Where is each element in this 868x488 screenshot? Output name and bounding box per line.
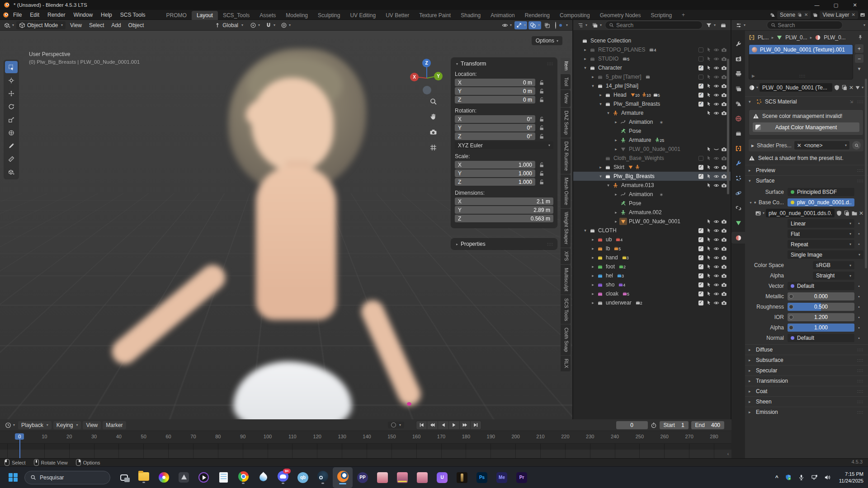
- camera-icon[interactable]: [721, 273, 727, 279]
- lock-icon[interactable]: [538, 80, 545, 86]
- collapsed-panel-header[interactable]: ▸Coat::::: [745, 386, 868, 396]
- mode-selector[interactable]: Object Mode▾: [16, 21, 66, 29]
- collapsed-panel-header[interactable]: ▸Transmission::::: [745, 375, 868, 386]
- location-input[interactable]: X0 m: [455, 79, 535, 86]
- row-label[interactable]: Animation: [629, 119, 653, 125]
- camera-icon[interactable]: [721, 47, 727, 53]
- panel-grip-icon[interactable]: ::::: [547, 61, 553, 66]
- eye-open-icon[interactable]: [713, 273, 719, 279]
- camera-icon[interactable]: [721, 183, 727, 188]
- sidebar-tab[interactable]: Weight Shaper: [561, 209, 571, 248]
- camera-icon[interactable]: [721, 282, 727, 288]
- fake-user-shield-icon[interactable]: [836, 210, 842, 216]
- editor-type-button[interactable]: ▾: [734, 21, 747, 29]
- outliner-row[interactable]: Pose: [573, 199, 731, 208]
- row-label[interactable]: 5_pbw [Tamer]: [606, 74, 642, 80]
- selectable-icon[interactable]: [706, 264, 712, 269]
- scale-input[interactable]: Z1.000: [455, 178, 535, 186]
- collapse-arrow[interactable]: ▸: [590, 273, 596, 278]
- browse-material-icon[interactable]: ▾: [749, 84, 758, 91]
- avatar-app-1[interactable]: [373, 467, 392, 488]
- tray-chevron-icon[interactable]: ^: [775, 474, 778, 481]
- pp-app[interactable]: PP: [353, 467, 373, 488]
- row-label[interactable]: Animation: [629, 191, 653, 197]
- checkbox-checked-icon[interactable]: [698, 66, 703, 70]
- gizmo-x-axis[interactable]: X: [410, 73, 419, 81]
- outliner-scrollbar[interactable]: [727, 59, 729, 194]
- ortho-grid-icon[interactable]: [429, 144, 437, 151]
- rotation-mode-dropdown[interactable]: XYZ Euler▾: [455, 141, 553, 149]
- selectable-icon[interactable]: [706, 237, 712, 242]
- outliner-row[interactable]: ▸ Head 10 10: [573, 90, 731, 99]
- row-label[interactable]: lb: [606, 245, 610, 252]
- checkbox-checked-icon[interactable]: [698, 246, 703, 251]
- popout-icon[interactable]: ⇲: [849, 99, 854, 104]
- viewport-menu-item[interactable]: Add: [108, 21, 124, 29]
- eye-open-icon[interactable]: [713, 74, 719, 80]
- outliner-row[interactable]: ▸ PLW_00_Nude_0001: [573, 145, 731, 154]
- constraints[interactable]: [731, 202, 745, 214]
- editor-type-button[interactable]: ▾: [3, 21, 15, 29]
- alpha-mode-dropdown[interactable]: Straight▾: [813, 272, 854, 280]
- checkbox-checked-icon[interactable]: [698, 84, 703, 89]
- maximize-button[interactable]: ▢: [826, 2, 845, 8]
- collapse-arrow[interactable]: ▸: [613, 138, 619, 142]
- scene[interactable]: [731, 98, 745, 109]
- lock-icon[interactable]: [538, 97, 545, 103]
- eye-open-icon[interactable]: [713, 255, 719, 261]
- collapse-arrow[interactable]: ▸: [613, 219, 619, 224]
- row-label[interactable]: underwear: [606, 300, 632, 306]
- row-label[interactable]: Pose: [629, 200, 641, 206]
- expand-arrow[interactable]: ▸: [751, 142, 754, 149]
- jump-to-start-button[interactable]: [416, 421, 427, 429]
- row-label[interactable]: Scene Collection: [590, 38, 631, 44]
- row-label[interactable]: Head: [613, 92, 627, 98]
- media-encoder[interactable]: Me: [492, 467, 512, 488]
- render-image-icon[interactable]: [860, 12, 865, 18]
- measure-tool[interactable]: [5, 153, 18, 165]
- material-slot-active[interactable]: PLW_00_Nude_0001 (Texture).001: [749, 45, 853, 54]
- texture-setting-dropdown[interactable]: Linear▾: [788, 219, 854, 228]
- workspace-tab[interactable]: SCS_Tools: [218, 11, 255, 20]
- u-app[interactable]: U: [432, 467, 452, 488]
- lock-icon[interactable]: [538, 125, 545, 131]
- jump-to-end-button[interactable]: [471, 421, 481, 429]
- sidebar-tab[interactable]: RLX: [561, 356, 571, 371]
- stopwatch-icon[interactable]: [651, 422, 657, 428]
- lock-icon[interactable]: [538, 179, 545, 185]
- playhead[interactable]: [19, 439, 20, 458]
- checkbox-checked-icon[interactable]: [698, 93, 703, 98]
- options-button[interactable]: Options▾: [532, 36, 562, 45]
- eye-open-icon[interactable]: [713, 47, 719, 53]
- header-options-icon[interactable]: ▾: [863, 23, 865, 27]
- param-slider[interactable]: 1.000: [788, 324, 854, 332]
- particles[interactable]: [731, 172, 745, 184]
- lock-icon[interactable]: [538, 133, 545, 140]
- workspace-tab[interactable]: Assets: [255, 11, 281, 20]
- row-label[interactable]: Armature: [629, 137, 651, 143]
- selectable-icon[interactable]: [706, 56, 712, 61]
- taskbar-clock[interactable]: 7:15 PM 11/24/2025: [839, 471, 863, 484]
- new-collection-button[interactable]: [719, 21, 728, 29]
- checkbox-unchecked-icon[interactable]: [698, 75, 703, 80]
- paint[interactable]: [154, 467, 174, 488]
- workspace-tab[interactable]: Shading: [456, 11, 486, 20]
- collapsed-panel-header[interactable]: ▸Diffuse::::: [745, 344, 868, 355]
- collection[interactable]: [731, 127, 745, 139]
- viewport-menu-item[interactable]: Select: [85, 21, 108, 29]
- outliner-row[interactable]: ▾ Character: [573, 63, 731, 72]
- material-slot-list[interactable]: PLW_00_Nude_0001 (Texture).001 ▶::::: [749, 44, 853, 80]
- unlink-icon[interactable]: ✕: [804, 12, 808, 17]
- sidebar-tab[interactable]: DAZ Runtime: [561, 138, 571, 174]
- camera-icon[interactable]: [721, 300, 727, 306]
- object-data[interactable]: [731, 217, 745, 229]
- shading-material-preview[interactable]: [560, 25, 561, 26]
- camera-view-icon[interactable]: [429, 128, 437, 136]
- outliner-row[interactable]: ▸ sho 4: [573, 280, 731, 289]
- sidebar-tab[interactable]: Tool: [561, 74, 571, 89]
- discord[interactable]: 9+: [273, 467, 293, 488]
- add-slot-button[interactable]: +: [855, 44, 863, 53]
- selectable-icon[interactable]: [706, 65, 712, 70]
- eye-open-icon[interactable]: [713, 228, 719, 234]
- shading-solid[interactable]: [558, 25, 559, 26]
